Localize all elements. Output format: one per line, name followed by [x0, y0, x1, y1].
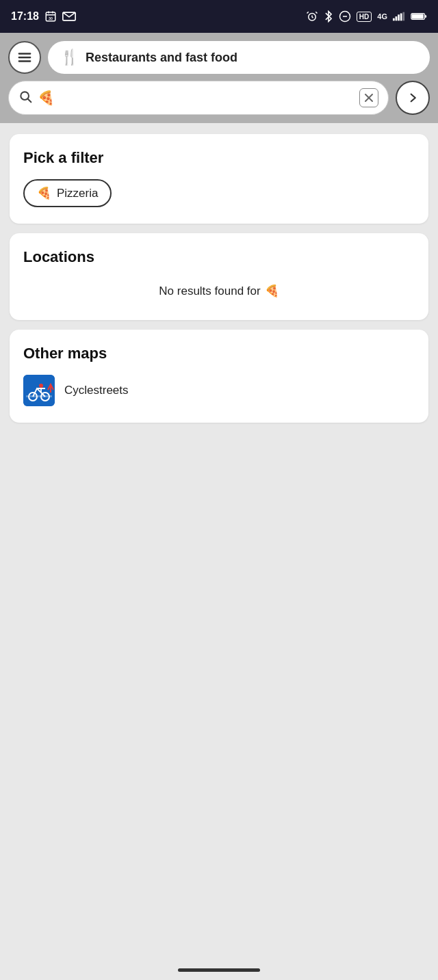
cyclestreets-item[interactable]: Cyclestreets — [23, 375, 415, 406]
pizzeria-label: Pizzeria — [57, 187, 98, 200]
no-results-emoji: 🍕 — [265, 284, 279, 298]
search-row: 🍕 — [0, 81, 438, 123]
alarm-icon — [306, 10, 318, 23]
svg-text:30: 30 — [49, 16, 53, 21]
bottom-bar — [0, 959, 438, 980]
cyclestreets-icon — [23, 375, 55, 406]
main-content: Pick a filter 🍕 Pizzeria Locations No re… — [0, 123, 438, 434]
svg-rect-27 — [26, 395, 52, 397]
svg-point-32 — [39, 384, 43, 388]
home-indicator — [178, 968, 260, 972]
filter-card: Pick a filter 🍕 Pizzeria — [10, 134, 428, 224]
svg-rect-15 — [402, 12, 404, 21]
svg-line-7 — [307, 12, 308, 13]
restaurant-icon: 🍴 — [60, 49, 79, 66]
nav-title-pill: 🍴 Restaurants and fast food — [48, 41, 430, 74]
status-time: 17:18 — [11, 10, 39, 23]
clear-button[interactable] — [359, 88, 378, 107]
nav-title: Restaurants and fast food — [86, 51, 237, 65]
svg-rect-13 — [398, 14, 400, 21]
svg-rect-12 — [396, 16, 398, 21]
signal-icon — [393, 12, 405, 21]
search-pill[interactable]: 🍕 — [8, 81, 389, 115]
other-maps-card: Other maps — [10, 330, 428, 423]
other-maps-title: Other maps — [23, 345, 415, 362]
bluetooth-icon — [324, 10, 333, 23]
calendar-icon: 30 — [44, 10, 57, 23]
4g-badge: 4G — [377, 12, 387, 21]
status-bar: 17:18 30 HD — [0, 0, 438, 33]
status-left: 17:18 30 — [11, 10, 76, 23]
mail-icon — [62, 12, 76, 21]
locations-title: Locations — [23, 248, 415, 266]
no-results-message: No results found for 🍕 — [23, 278, 415, 304]
filter-title: Pick a filter — [23, 149, 415, 167]
dnd-icon — [339, 10, 351, 23]
search-icon — [18, 90, 32, 107]
locations-card: Locations No results found for 🍕 — [10, 233, 428, 320]
svg-rect-17 — [425, 15, 427, 17]
pizzeria-emoji: 🍕 — [37, 186, 51, 200]
go-button[interactable] — [396, 81, 430, 115]
svg-rect-11 — [393, 18, 395, 21]
svg-rect-18 — [412, 14, 424, 19]
menu-button[interactable] — [8, 41, 41, 74]
top-nav: 🍴 Restaurants and fast food — [0, 33, 438, 81]
cyclestreets-name: Cyclestreets — [64, 384, 129, 397]
hd-badge: HD — [357, 12, 372, 22]
battery-icon — [411, 12, 427, 21]
search-emoji: 🍕 — [38, 90, 55, 106]
svg-line-8 — [315, 12, 317, 13]
pizzeria-filter[interactable]: 🍕 Pizzeria — [23, 179, 112, 207]
svg-line-23 — [28, 98, 31, 102]
no-results-text: No results found for — [159, 284, 260, 298]
svg-rect-14 — [400, 14, 402, 21]
status-right: HD 4G — [306, 10, 427, 23]
